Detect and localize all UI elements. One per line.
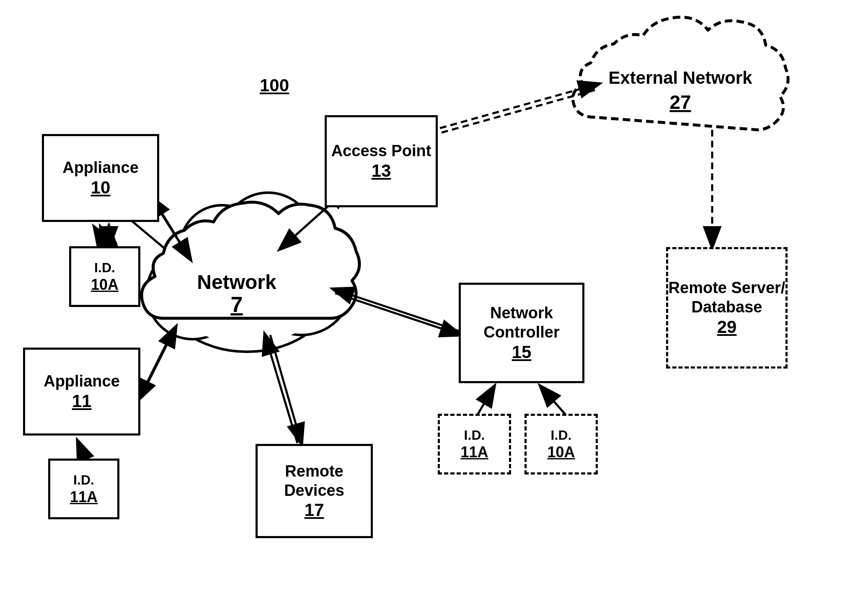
remote-server-label: Remote Server/ Database — [668, 278, 785, 317]
svg-line-15 — [101, 227, 109, 247]
external-network-number: 27 — [669, 91, 691, 113]
svg-line-18 — [142, 327, 176, 394]
access-point-box: Access Point 13 — [325, 115, 438, 207]
network-number: 7 — [231, 292, 243, 317]
network-controller-number: 15 — [512, 342, 532, 362]
svg-line-27 — [265, 334, 297, 443]
id10a-right-label: I.D. — [551, 427, 572, 443]
id11a-right-box: I.D. 11A — [438, 414, 511, 474]
access-point-label: Access Point — [331, 142, 431, 161]
id11a-left-box: I.D. 11A — [48, 459, 119, 519]
appliance10-number: 10 — [91, 178, 111, 198]
svg-line-29 — [333, 289, 459, 331]
id10a-left-number: 10A — [91, 276, 119, 294]
access-point-number: 13 — [372, 161, 391, 181]
appliance11-box: Appliance 11 — [23, 348, 140, 436]
svg-line-30 — [419, 84, 599, 134]
svg-line-33 — [478, 386, 494, 415]
svg-line-28 — [335, 293, 461, 335]
external-network-label: External Network — [608, 68, 752, 88]
svg-point-4 — [147, 247, 239, 339]
remote-devices-number: 17 — [305, 500, 324, 520]
svg-line-19 — [138, 333, 172, 400]
network-controller-label: Network Controller — [461, 304, 582, 342]
svg-point-6 — [180, 205, 264, 289]
appliance10-label: Appliance — [62, 158, 139, 178]
id10a-left-box: I.D. 10A — [69, 246, 140, 307]
svg-line-26 — [270, 335, 302, 444]
svg-point-9 — [163, 255, 239, 331]
svg-point-5 — [251, 235, 352, 335]
id10a-left-label: I.D. — [94, 260, 115, 276]
remote-server-box: Remote Server/ Database 29 — [666, 247, 788, 369]
svg-line-22 — [94, 227, 107, 247]
remote-devices-label: Remote Devices — [258, 462, 371, 500]
network-cloud: Network 7 — [142, 193, 359, 352]
id10a-right-number: 10A — [547, 443, 575, 461]
id10a-right-box: I.D. 10A — [524, 414, 598, 474]
svg-point-3 — [159, 218, 335, 352]
diagram: Network 7 External Network 27 — [0, 0, 868, 611]
id11a-left-number: 11A — [70, 488, 98, 506]
appliance10-box: Appliance 10 — [42, 134, 159, 222]
svg-point-8 — [168, 243, 327, 343]
id11a-right-label: I.D. — [464, 427, 485, 443]
external-network-cloud: External Network 27 — [573, 17, 788, 130]
svg-point-7 — [222, 193, 314, 285]
appliance11-label: Appliance — [44, 372, 120, 391]
svg-line-34 — [540, 386, 566, 415]
id11a-left-label: I.D. — [73, 472, 94, 488]
svg-point-10 — [251, 245, 335, 329]
svg-line-23 — [78, 441, 86, 461]
network-controller-box: Network Controller 15 — [459, 283, 584, 383]
svg-point-11 — [193, 220, 260, 287]
remote-devices-box: Remote Devices 17 — [256, 444, 373, 538]
svg-line-20 — [157, 205, 191, 260]
svg-point-12 — [232, 209, 308, 285]
diagram-label-100: 100 — [260, 75, 289, 95]
network-label: Network — [197, 271, 276, 293]
appliance11-number: 11 — [72, 391, 92, 411]
id11a-right-number: 11A — [460, 443, 488, 461]
svg-line-31 — [414, 90, 595, 140]
remote-server-number: 29 — [717, 317, 737, 337]
